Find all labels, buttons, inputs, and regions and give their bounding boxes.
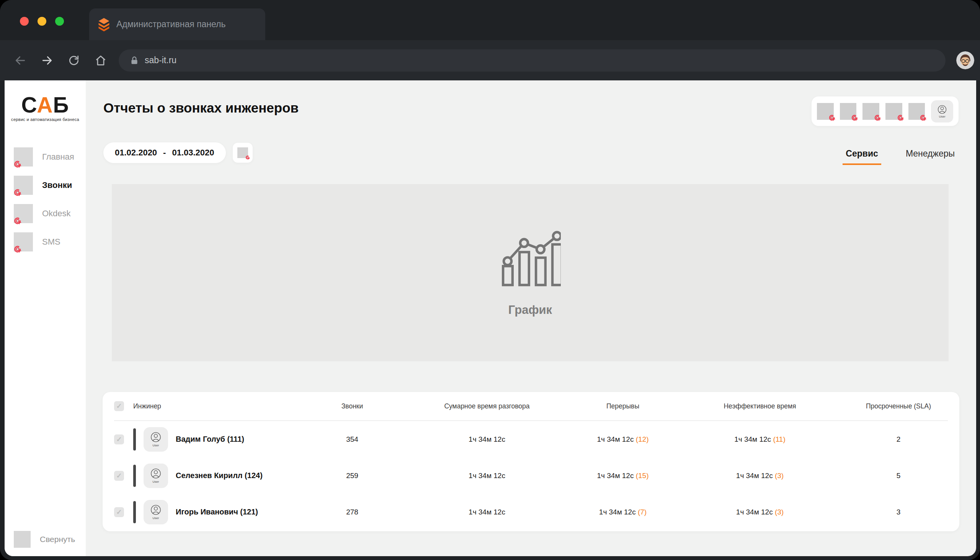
sidebar-item-sms[interactable]: SMS bbox=[5, 228, 86, 256]
back-arrow-icon[interactable] bbox=[14, 54, 27, 67]
table-row: User Селезнев Кирилл (124) 259 1ч 34м 12… bbox=[114, 457, 948, 494]
ineffective-count: (3) bbox=[775, 508, 783, 516]
engineer-name: Селезнев Кирилл (124) bbox=[176, 471, 263, 480]
breaks-value: 1ч 34м 12с (12) bbox=[575, 435, 671, 443]
engineer-avatar-placeholder: User bbox=[143, 463, 168, 488]
image-placeholder[interactable] bbox=[862, 103, 879, 120]
person-outline-icon bbox=[937, 105, 947, 115]
minimize-window-button[interactable] bbox=[38, 17, 46, 26]
breaks-count: (15) bbox=[636, 472, 649, 480]
tab-servis[interactable]: Сервис bbox=[843, 148, 881, 165]
home-icon[interactable] bbox=[94, 54, 107, 67]
filters-row: 01.02.2020 - 01.03.2020 bbox=[103, 142, 253, 163]
ineffective-count: (11) bbox=[773, 435, 785, 443]
url-bar[interactable]: sab-it.ru bbox=[119, 49, 945, 72]
row-checkbox[interactable] bbox=[114, 507, 124, 517]
sidebar-item-label: Okdesk bbox=[42, 208, 71, 218]
ineffective-count: (3) bbox=[775, 472, 783, 480]
column-engineer: Инжинер bbox=[133, 402, 305, 410]
sidebar-item-okdesk[interactable]: Okdesk bbox=[5, 200, 86, 228]
logo-letter-a: А bbox=[37, 93, 53, 117]
tab-title: Административная панель bbox=[117, 19, 225, 30]
reload-icon[interactable] bbox=[67, 54, 80, 67]
row-checkbox[interactable] bbox=[114, 471, 124, 481]
sidebar-item-zvonki[interactable]: Звонки bbox=[5, 171, 86, 200]
broken-image-icon bbox=[237, 147, 248, 158]
browser-tab[interactable]: Административная панель bbox=[89, 8, 265, 40]
date-start: 01.02.2020 bbox=[115, 148, 157, 158]
logo-letter-b: Б bbox=[53, 93, 69, 117]
column-ineffective: Неэффективное время bbox=[671, 402, 849, 410]
browser-window: Административная панель sab-it.ru bbox=[0, 0, 980, 560]
calls-value: 278 bbox=[305, 508, 399, 517]
main-content: Отчеты о звонках инженеров User 01.02.20… bbox=[86, 80, 976, 556]
user-avatar-placeholder[interactable]: User bbox=[931, 100, 953, 122]
breaks-count: (7) bbox=[638, 508, 647, 516]
url-text: sab-it.ru bbox=[145, 55, 177, 65]
talk-time-value: 1ч 34м 12с bbox=[399, 508, 575, 517]
person-outline-icon bbox=[150, 504, 162, 516]
engineer-name: Вадим Голуб (111) bbox=[176, 435, 244, 443]
column-sla: Просроченные (SLA) bbox=[849, 402, 948, 410]
breaks-value: 1ч 34м 12с (15) bbox=[575, 472, 671, 480]
logo-tagline: сервис и автоматизация бизнеса bbox=[5, 117, 86, 122]
collapse-sidebar-button[interactable]: Свернуть bbox=[14, 531, 75, 548]
sla-value: 3 bbox=[849, 508, 948, 517]
column-talk-time: Сумарное время разговора bbox=[399, 402, 575, 410]
collapse-icon bbox=[14, 531, 31, 548]
engineer-avatar-placeholder: User bbox=[143, 500, 168, 524]
tab-menedzhery[interactable]: Менеджеры bbox=[903, 148, 958, 163]
engineers-table: Инжинер Звонки Сумарное время разговора … bbox=[103, 392, 959, 531]
ineffective-value: 1ч 34м 12с (3) bbox=[671, 472, 849, 480]
column-breaks: Перерывы bbox=[575, 402, 671, 410]
sla-value: 2 bbox=[849, 435, 948, 443]
browser-tabstrip: Административная панель bbox=[0, 0, 980, 40]
sidebar-item-glavnaya[interactable]: Главная bbox=[5, 143, 86, 171]
image-placeholder[interactable] bbox=[817, 103, 834, 120]
row-checkbox[interactable] bbox=[114, 435, 124, 444]
sab-logo[interactable]: САБ сервис и автоматизация бизнеса bbox=[5, 94, 86, 122]
chart-placeholder-label: График bbox=[508, 303, 552, 317]
forward-arrow-icon[interactable] bbox=[41, 54, 53, 67]
row-accent-bar bbox=[133, 428, 136, 450]
ineffective-value: 1ч 34м 12с (11) bbox=[671, 435, 849, 443]
date-separator: - bbox=[163, 148, 166, 158]
sla-value: 5 bbox=[849, 472, 948, 480]
zoom-window-button[interactable] bbox=[55, 17, 64, 26]
calendar-button[interactable] bbox=[233, 143, 253, 163]
talk-time-value: 1ч 34м 12с bbox=[399, 472, 575, 480]
broken-image-icon bbox=[14, 176, 33, 195]
broken-image-icon bbox=[14, 147, 33, 167]
person-outline-icon bbox=[150, 432, 162, 443]
row-accent-bar bbox=[133, 501, 136, 523]
user-tile-label: User bbox=[939, 115, 945, 118]
orange-layers-icon bbox=[98, 18, 110, 32]
close-window-button[interactable] bbox=[20, 17, 29, 26]
image-placeholder[interactable] bbox=[885, 103, 902, 120]
date-range-picker[interactable]: 01.02.2020 - 01.03.2020 bbox=[103, 142, 226, 163]
breaks-count: (12) bbox=[636, 435, 649, 443]
table-header-row: Инжинер Звонки Сумарное время разговора … bbox=[114, 392, 948, 421]
image-placeholder[interactable] bbox=[840, 103, 857, 120]
broken-image-icon bbox=[14, 204, 33, 223]
talk-time-value: 1ч 34м 12с bbox=[399, 435, 575, 443]
logo-letter-c: С bbox=[22, 93, 37, 117]
sidebar-item-label: SMS bbox=[42, 237, 60, 247]
ineffective-value: 1ч 34м 12с (3) bbox=[671, 508, 849, 517]
page-content: САБ сервис и автоматизация бизнеса Главн… bbox=[5, 80, 976, 556]
calls-value: 354 bbox=[305, 435, 399, 443]
user-tile-label: User bbox=[153, 443, 159, 447]
table-row: User Игорь Иванович (121) 278 1ч 34м 12с… bbox=[114, 494, 948, 530]
image-placeholder[interactable] bbox=[908, 103, 925, 120]
sidebar-item-label: Звонки bbox=[42, 180, 72, 190]
calls-value: 259 bbox=[305, 472, 399, 480]
date-end: 01.03.2020 bbox=[172, 148, 214, 158]
sidebar-item-label: Главная bbox=[42, 152, 74, 162]
person-outline-icon bbox=[150, 468, 162, 479]
collapse-label: Свернуть bbox=[40, 535, 75, 544]
broken-image-icon bbox=[14, 232, 33, 252]
profile-avatar[interactable] bbox=[956, 51, 974, 69]
chart-placeholder: График bbox=[112, 184, 948, 361]
traffic-lights bbox=[20, 17, 64, 26]
select-all-checkbox[interactable] bbox=[114, 401, 124, 411]
